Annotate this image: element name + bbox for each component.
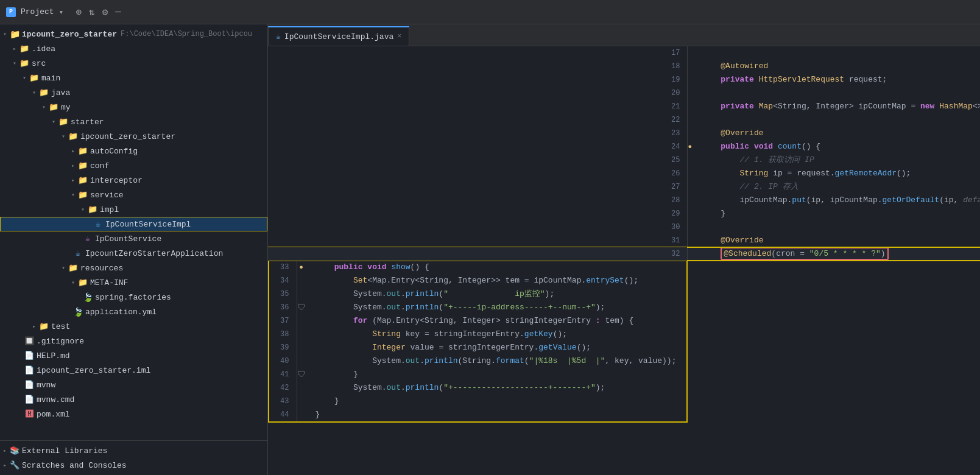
arrow-scratches: ▸ bbox=[0, 460, 10, 470]
arrow-application bbox=[68, 248, 73, 258]
tree-item-metainf[interactable]: ▾ 📁 META-INF bbox=[0, 275, 267, 290]
tree-item-conf[interactable]: ▸ 📁 conf bbox=[0, 158, 267, 173]
tab-ipcountserviceimpl[interactable]: ☕ IpCountServiceImpl.java × bbox=[268, 26, 409, 46]
arrow-interceptor: ▸ bbox=[68, 175, 78, 185]
md-icon-helpmd: 📄 bbox=[24, 351, 34, 361]
line-code-17 bbox=[692, 46, 980, 60]
tree-label-application: IpcountZeroStarterApplication bbox=[85, 249, 223, 258]
line-gutter-25 bbox=[688, 153, 692, 167]
code-editor[interactable]: 17 18 @Autowired 19 pri bbox=[268, 46, 980, 475]
tree-item-ipcount-pkg[interactable]: ▾ 📁 ipcount_zero_starter bbox=[0, 129, 267, 144]
tree-item-pomxml[interactable]: 🅼 pom.xml bbox=[0, 407, 267, 421]
line-gutter-39 bbox=[297, 341, 306, 354]
line-gutter-31 bbox=[688, 234, 692, 247]
var-request: request; bbox=[849, 75, 887, 84]
tree-item-application-yml[interactable]: 🍃 application.yml bbox=[0, 304, 267, 319]
line-gutter-35 bbox=[297, 287, 306, 301]
arrow-mvnwcmd bbox=[19, 395, 24, 404]
code-line-32: 32 @Scheduled(cron = "0/5 * * * * ?") bbox=[268, 247, 980, 261]
arrow-src: ▾ bbox=[10, 58, 19, 68]
project-dropdown-icon[interactable]: ▾ bbox=[59, 7, 64, 17]
line-gutter-28 bbox=[688, 194, 692, 207]
tree-item-gitignore[interactable]: 🔲 .gitignore bbox=[0, 334, 267, 348]
tree-label-root: ipcount_zero_starter bbox=[22, 30, 117, 39]
line-num-32: 32 bbox=[268, 247, 688, 261]
tree-item-java[interactable]: ▾ 📁 java bbox=[0, 85, 267, 100]
tree-label-test: test bbox=[51, 322, 70, 331]
tree-item-iml[interactable]: 📄 ipcount_zero_starter.iml bbox=[0, 363, 267, 378]
line-num-27: 27 bbox=[268, 180, 688, 194]
tree-item-scratches[interactable]: ▸ 🔧 Scratches and Consoles bbox=[0, 458, 267, 473]
titlebar: P Project ▾ ⊕ ⇅ ⚙ — bbox=[0, 0, 980, 24]
tree-item-main[interactable]: ▾ 📁 main bbox=[0, 71, 267, 85]
code-line-31: 31 @Override bbox=[268, 234, 980, 247]
settings-icon[interactable]: ⚙ bbox=[102, 6, 108, 18]
tree-item-resources[interactable]: ▾ 📁 resources bbox=[0, 261, 267, 275]
code-line-40: 40 System.out.println(String.format("|%1… bbox=[269, 354, 686, 368]
code-content: 17 18 @Autowired 19 pri bbox=[268, 46, 980, 423]
tree-item-src[interactable]: ▾ 📁 src bbox=[0, 56, 267, 71]
sort-icon[interactable]: ⇅ bbox=[89, 6, 95, 18]
code-line-30: 30 bbox=[268, 220, 980, 234]
line-code-37: for (Map.Entry<String, Integer> stringIn… bbox=[306, 314, 686, 328]
tree-item-starter[interactable]: ▾ 📁 starter bbox=[0, 114, 267, 129]
line-gutter-24: ● bbox=[688, 140, 692, 153]
tree-label-idea: .idea bbox=[32, 44, 55, 54]
tree-item-interceptor[interactable]: ▸ 📁 interceptor bbox=[0, 173, 267, 188]
file-icon-mvnwcmd: 📄 bbox=[24, 395, 34, 404]
tree-item-test[interactable]: ▸ 📁 test bbox=[0, 319, 267, 334]
sidebar-content[interactable]: ▾ 📁 ipcount_zero_starter F:\Code\IDEA\Sp… bbox=[0, 24, 267, 440]
tree-label-ipcountservice: IpCountService bbox=[95, 234, 161, 244]
collapse-icon[interactable]: — bbox=[115, 7, 121, 18]
tree-item-my[interactable]: ▾ 📁 my bbox=[0, 100, 267, 114]
code-line-38: 38 String key = stringIntegerEntry.getKe… bbox=[269, 328, 686, 341]
tree-item-ipcountservice[interactable]: ☕ IpCountService bbox=[0, 231, 267, 246]
tree-item-application[interactable]: ☕ IpcountZeroStarterApplication bbox=[0, 246, 267, 261]
line-num-34: 34 bbox=[269, 274, 297, 287]
line-num-36: 36 bbox=[269, 301, 297, 314]
folder-icon-root: 📁 bbox=[10, 29, 19, 39]
tree-item-mvnw[interactable]: 📄 mvnw bbox=[0, 378, 267, 392]
tree-item-mvnwcmd[interactable]: 📄 mvnw.cmd bbox=[0, 392, 267, 407]
navigate-icon[interactable]: ⊕ bbox=[76, 6, 82, 18]
line-code-40: System.out.println(String.format("|%18s … bbox=[306, 354, 686, 368]
code-line-33: 33 ● public void show() { bbox=[269, 261, 686, 274]
line-gutter-32 bbox=[688, 247, 692, 261]
type-httpservletrequest: HttpServletRequest bbox=[759, 75, 844, 84]
tree-item-service[interactable]: ▾ 📁 service bbox=[0, 188, 267, 202]
scratches-icon: 🔧 bbox=[10, 460, 19, 470]
tree-label-ipcount-pkg: ipcount_zero_starter bbox=[80, 132, 175, 141]
line-gutter-34 bbox=[297, 274, 306, 287]
tree-item-idea[interactable]: ▸ 📁 .idea bbox=[0, 41, 267, 56]
line-gutter-29 bbox=[688, 207, 692, 220]
folder-icon-test: 📁 bbox=[39, 322, 49, 331]
line-code-19: private HttpServletRequest request; bbox=[692, 73, 980, 86]
tree-label-application-yml: application.yml bbox=[85, 308, 157, 317]
code-line-37: 37 for (Map.Entry<String, Integer> strin… bbox=[269, 314, 686, 328]
tree-item-autoconfig[interactable]: ▸ 📁 autoConfig bbox=[0, 144, 267, 158]
line-code-26: String ip = request.getRemoteAddr(); bbox=[692, 167, 980, 180]
tree-item-spring-factories[interactable]: 🍃 spring.factories bbox=[0, 290, 267, 304]
tree-item-helpmd[interactable]: 📄 HELP.md bbox=[0, 348, 267, 363]
tree-item-root[interactable]: ▾ 📁 ipcount_zero_starter F:\Code\IDEA\Sp… bbox=[0, 27, 267, 41]
tree-item-impl-folder[interactable]: ▾ 📁 impl bbox=[0, 202, 267, 217]
folder-icon-service: 📁 bbox=[78, 190, 88, 200]
tab-close-button[interactable]: × bbox=[397, 32, 401, 41]
arrow-test: ▸ bbox=[29, 322, 39, 331]
line-num-20: 20 bbox=[268, 86, 688, 100]
arrow-conf: ▸ bbox=[68, 161, 78, 171]
code-line-20: 20 bbox=[268, 86, 980, 100]
line-num-29: 29 bbox=[268, 207, 688, 220]
project-icon: P bbox=[6, 7, 16, 17]
code-line-41: 41 🛡 } bbox=[269, 368, 686, 381]
tree-label-starter: starter bbox=[71, 118, 104, 127]
tree-item-ipcountserviceimpl[interactable]: ☕ IpCountServiceImpl bbox=[0, 217, 267, 231]
project-label[interactable]: Project bbox=[21, 7, 54, 16]
tree-item-external-libraries[interactable]: ▸ 📚 External Libraries bbox=[0, 443, 267, 458]
arrow-idea: ▸ bbox=[10, 44, 19, 54]
tab-label: IpCountServiceImpl.java bbox=[284, 32, 393, 41]
folder-icon-resources: 📁 bbox=[68, 263, 78, 273]
line-code-18: @Autowired bbox=[692, 60, 980, 73]
sidebar: ▾ 📁 ipcount_zero_starter F:\Code\IDEA\Sp… bbox=[0, 24, 268, 475]
line-code-34: Set<Map.Entry<String, Integer>> tem = ip… bbox=[306, 274, 686, 287]
